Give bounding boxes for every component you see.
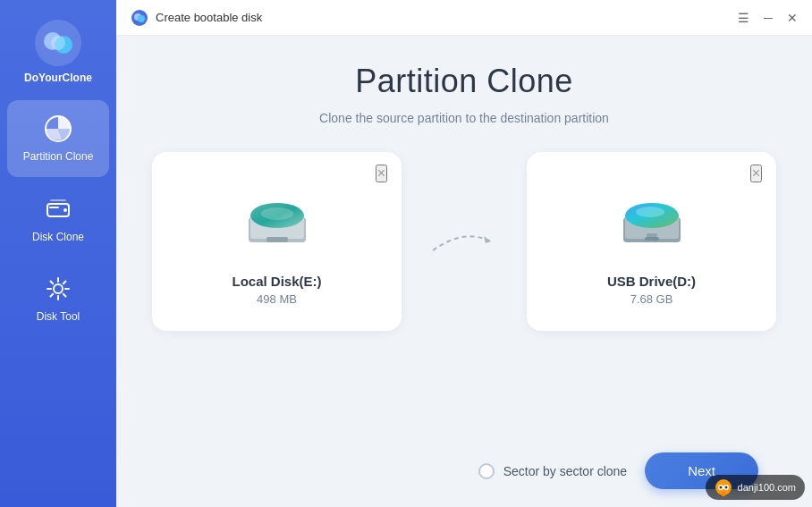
disk-clone-icon <box>42 193 74 225</box>
destination-disk-size: 7.68 GB <box>630 292 673 306</box>
main-content: Create bootable disk ☰ ─ ✕ Partition Clo… <box>116 0 812 507</box>
disk-tool-icon <box>42 273 74 305</box>
svg-point-6 <box>63 208 67 212</box>
source-disk-icon <box>241 183 313 255</box>
app-logo-icon <box>35 20 81 66</box>
sidebar-item-partition-clone-label: Partition Clone <box>23 150 94 165</box>
svg-point-8 <box>54 284 63 293</box>
page-title: Partition Clone <box>355 63 573 100</box>
svg-point-21 <box>636 207 664 217</box>
destination-disk-icon <box>616 183 688 255</box>
source-disk-icon-wrapper <box>237 179 317 259</box>
clone-arrow <box>428 224 500 259</box>
partition-clone-icon <box>42 113 74 145</box>
svg-rect-22 <box>645 237 659 241</box>
source-disk-name: Local Disk(E:) <box>232 274 321 289</box>
menu-button[interactable]: ☰ <box>738 12 749 24</box>
clone-area: × <box>152 152 776 331</box>
watermark: danji100.com <box>706 475 805 500</box>
sidebar: DoYourClone Partition Clone Disk Clone <box>0 0 116 507</box>
watermark-icon <box>715 478 732 496</box>
close-button[interactable]: ✕ <box>787 12 798 24</box>
svg-point-29 <box>722 493 725 496</box>
svg-marker-17 <box>484 236 491 243</box>
source-disk-size: 498 MB <box>257 292 297 306</box>
sidebar-item-partition-clone[interactable]: Partition Clone <box>7 100 109 177</box>
source-disk-card[interactable]: × <box>152 152 402 331</box>
titlebar-app-icon <box>131 9 148 27</box>
sidebar-item-disk-tool[interactable]: Disk Tool <box>7 260 109 337</box>
sector-radio[interactable] <box>478 463 495 479</box>
svg-point-28 <box>724 486 727 489</box>
destination-disk-card[interactable]: × <box>527 152 776 331</box>
svg-rect-16 <box>266 237 288 242</box>
titlebar-title: Create bootable disk <box>156 11 738 24</box>
minimize-button[interactable]: ─ <box>764 12 773 24</box>
svg-point-3 <box>51 36 65 50</box>
sidebar-item-disk-tool-label: Disk Tool <box>37 310 80 325</box>
svg-point-11 <box>138 15 145 22</box>
page-subtitle: Clone the source partition to the destin… <box>319 111 609 125</box>
sector-label: Sector by sector clone <box>503 464 628 478</box>
watermark-text: danji100.com <box>738 482 796 493</box>
source-card-close[interactable]: × <box>376 165 387 182</box>
destination-disk-name: USB Drive(D:) <box>607 274 696 289</box>
destination-card-close[interactable]: × <box>750 165 762 182</box>
svg-rect-23 <box>647 233 657 237</box>
svg-point-27 <box>719 486 722 489</box>
sidebar-item-disk-clone[interactable]: Disk Clone <box>7 181 109 258</box>
sidebar-item-disk-clone-label: Disk Clone <box>32 231 84 245</box>
content-area: Partition Clone Clone the source partiti… <box>116 36 812 452</box>
sector-by-sector-option[interactable]: Sector by sector clone <box>478 463 628 479</box>
titlebar-controls: ☰ ─ ✕ <box>738 12 798 24</box>
titlebar: Create bootable disk ☰ ─ ✕ <box>116 0 812 36</box>
sidebar-logo: DoYourClone <box>0 9 116 98</box>
destination-disk-icon-wrapper <box>612 179 692 259</box>
arrow-area <box>428 224 500 259</box>
sidebar-logo-label: DoYourClone <box>24 72 92 84</box>
svg-point-15 <box>261 207 293 220</box>
